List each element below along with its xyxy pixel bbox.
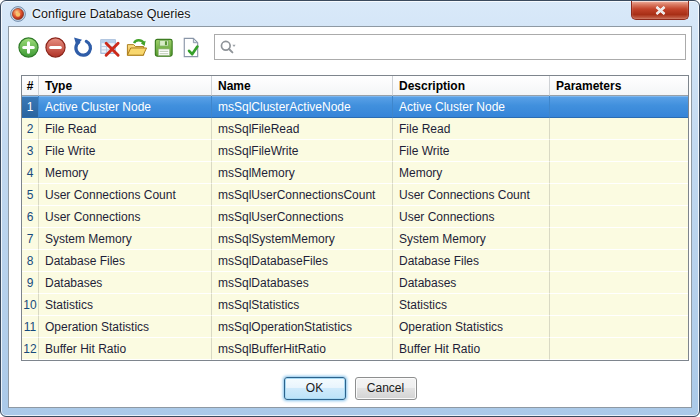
parameters-cell [550, 184, 688, 206]
description-cell: User Connections [393, 206, 550, 228]
column-header-name[interactable]: Name [212, 76, 393, 96]
type-cell: Operation Statistics [39, 316, 212, 338]
close-icon [655, 6, 666, 15]
remove-icon [44, 36, 67, 59]
table-row[interactable]: 12 Buffer Hit Ratio msSqlBufferHitRatio … [22, 338, 688, 360]
row-number-cell: 5 [22, 184, 39, 206]
type-cell: Active Cluster Node [39, 96, 212, 118]
table-row[interactable]: 10 Statistics msSqlStatistics Statistics [22, 294, 688, 316]
table-row[interactable]: 9 Databases msSqlDatabases Databases [22, 272, 688, 294]
description-cell: System Memory [393, 228, 550, 250]
type-cell: Buffer Hit Ratio [39, 338, 212, 360]
column-header-type[interactable]: Type [39, 76, 212, 96]
delete-table-icon [98, 36, 121, 59]
grid-header-row: # Type Name Description Parameters [22, 76, 688, 96]
dialog-content: # Type Name Description Parameters 1 Act… [8, 26, 692, 408]
table-row[interactable]: 11 Operation Statistics msSqlOperationSt… [22, 316, 688, 338]
type-cell: Statistics [39, 294, 212, 316]
ok-button[interactable]: OK [284, 377, 346, 400]
undo-button[interactable] [70, 35, 94, 59]
name-cell: msSqlBufferHitRatio [212, 338, 393, 360]
open-button[interactable] [124, 35, 148, 59]
parameters-cell [550, 338, 688, 360]
description-cell: Buffer Hit Ratio [393, 338, 550, 360]
name-cell: msSqlDatabases [212, 272, 393, 294]
table-row[interactable]: 4 Memory msSqlMemory Memory [22, 162, 688, 184]
column-header-parameters[interactable]: Parameters [550, 76, 688, 96]
footer-buttons: OK Cancel [9, 377, 691, 400]
table-row[interactable]: 1 Active Cluster Node msSqlClusterActive… [22, 96, 688, 118]
table-row[interactable]: 2 File Read msSqlFileRead File Read [22, 118, 688, 140]
parameters-cell [550, 272, 688, 294]
titlebar: Configure Database Queries [1, 1, 699, 26]
toolbar [9, 27, 691, 66]
column-header-description[interactable]: Description [393, 76, 550, 96]
parameters-cell [550, 96, 688, 118]
row-number-cell: 11 [22, 316, 39, 338]
parameters-cell [550, 118, 688, 140]
type-cell: System Memory [39, 228, 212, 250]
type-cell: User Connections [39, 206, 212, 228]
name-cell: msSqlMemory [212, 162, 393, 184]
table-row[interactable]: 5 User Connections Count msSqlUserConnec… [22, 184, 688, 206]
delete-all-queries-button[interactable] [97, 35, 121, 59]
add-query-button[interactable] [16, 35, 40, 59]
parameters-cell [550, 250, 688, 272]
parameters-cell [550, 206, 688, 228]
name-cell: msSqlOperationStatistics [212, 316, 393, 338]
validate-document-icon [179, 36, 202, 59]
queries-grid: # Type Name Description Parameters 1 Act… [21, 75, 689, 361]
type-cell: Memory [39, 162, 212, 184]
description-cell: Databases [393, 272, 550, 294]
parameters-cell [550, 162, 688, 184]
name-cell: msSqlUserConnections [212, 206, 393, 228]
description-cell: Statistics [393, 294, 550, 316]
table-row[interactable]: 6 User Connections msSqlUserConnections … [22, 206, 688, 228]
row-number-cell: 12 [22, 338, 39, 360]
row-number-cell: 8 [22, 250, 39, 272]
add-icon [17, 36, 40, 59]
row-number-cell: 1 [22, 96, 39, 118]
row-number-cell: 2 [22, 118, 39, 140]
validate-button[interactable] [178, 35, 202, 59]
name-cell: msSqlUserConnectionsCount [212, 184, 393, 206]
search-icon[interactable] [219, 39, 236, 56]
row-number-cell: 10 [22, 294, 39, 316]
app-icon [10, 6, 26, 22]
name-cell: msSqlSystemMemory [212, 228, 393, 250]
type-cell: User Connections Count [39, 184, 212, 206]
name-cell: msSqlStatistics [212, 294, 393, 316]
description-cell: User Connections Count [393, 184, 550, 206]
name-cell: msSqlDatabaseFiles [212, 250, 393, 272]
description-cell: Database Files [393, 250, 550, 272]
description-cell: Memory [393, 162, 550, 184]
cancel-button[interactable]: Cancel [355, 377, 417, 400]
type-cell: File Write [39, 140, 212, 162]
open-folder-icon [125, 36, 148, 59]
grid-body: 1 Active Cluster Node msSqlClusterActive… [22, 96, 688, 360]
table-row[interactable]: 8 Database Files msSqlDatabaseFiles Data… [22, 250, 688, 272]
undo-icon [71, 36, 94, 59]
table-row[interactable]: 7 System Memory msSqlSystemMemory System… [22, 228, 688, 250]
type-cell: Databases [39, 272, 212, 294]
parameters-cell [550, 228, 688, 250]
column-header-number[interactable]: # [22, 76, 39, 96]
description-cell: File Write [393, 140, 550, 162]
parameters-cell [550, 316, 688, 338]
row-number-cell: 9 [22, 272, 39, 294]
search-input[interactable] [236, 35, 681, 59]
row-number-cell: 3 [22, 140, 39, 162]
table-row[interactable]: 3 File Write msSqlFileWrite File Write [22, 140, 688, 162]
configure-database-queries-dialog: Configure Database Queries [0, 0, 700, 417]
name-cell: msSqlFileRead [212, 118, 393, 140]
save-icon [152, 36, 175, 59]
description-cell: File Read [393, 118, 550, 140]
save-button[interactable] [151, 35, 175, 59]
row-number-cell: 7 [22, 228, 39, 250]
parameters-cell [550, 294, 688, 316]
remove-query-button[interactable] [43, 35, 67, 59]
close-button[interactable] [631, 1, 689, 20]
window-title: Configure Database Queries [32, 7, 190, 21]
row-number-cell: 6 [22, 206, 39, 228]
search-box[interactable] [214, 34, 686, 60]
